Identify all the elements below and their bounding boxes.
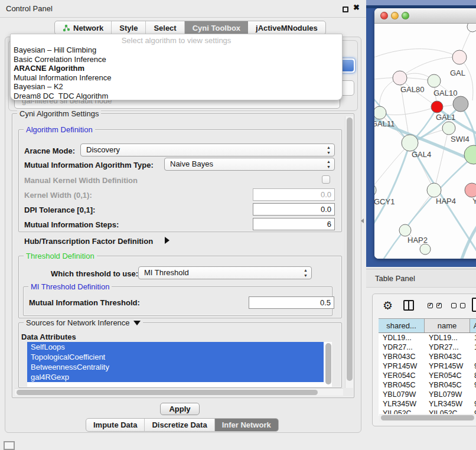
settings-vertical-scrollbar[interactable] [345,116,353,388]
table-cell: YDR27... [425,343,470,352]
column-header[interactable]: name [425,319,470,332]
close-icon[interactable]: ✖ [353,3,360,12]
unchecked-checkbox-icon[interactable] [451,303,457,308]
table-cell: YBL079W [425,390,470,399]
settings-horizontal-scrollbar[interactable] [15,388,343,396]
tab-label: Style [119,24,138,32]
algorithm-option[interactable]: ARACNE Algorithm [11,64,342,73]
network-node-hap4[interactable] [427,183,441,197]
checked-checkbox-icon[interactable] [428,303,433,308]
network-node-swi4[interactable] [442,122,455,135]
column-header[interactable]: A [470,319,476,332]
network-node-gal80[interactable] [393,71,407,85]
gear-icon[interactable]: ⚙ [383,299,393,312]
kernel-width-field[interactable]: 0.0 [253,188,335,201]
panel-divider-collapse-icon[interactable] [361,219,364,223]
table-row[interactable]: YBR043CYBR043C [379,352,476,361]
network-edge[interactable] [374,144,410,229]
column-header[interactable]: shared... [379,319,425,332]
dpi-tolerance-field[interactable]: 0.0 [253,203,335,216]
network-node[interactable] [453,96,468,112]
table-row[interactable]: YPR145WYPR145W9. [379,361,476,371]
tab-style[interactable]: Style [112,21,146,34]
tab-jactivemnodules[interactable]: jActiveMNodules [248,21,325,34]
network-edge[interactable] [382,156,474,259]
network-node[interactable] [467,24,476,32]
which-threshold-combobox[interactable]: MI Threshold ▲▼ [138,266,312,279]
tab-cyni-toolbox[interactable]: Cyni Toolbox [185,21,248,34]
mi-type-value: Naive Bayes [170,159,213,168]
network-node-gal11[interactable] [374,106,386,119]
table-row[interactable]: YDL19...YDL19...13 [379,333,476,343]
network-node-gal[interactable] [452,50,467,64]
node-label: SWI4 [451,135,470,144]
network-window-titlebar[interactable] [374,8,476,24]
algorithm-option[interactable]: Bayesian – K2 [11,82,342,92]
tab-infer-network[interactable]: Infer Network [215,419,278,431]
network-canvas[interactable]: GALGAL80GAL10GAL1GAL11SWI4GAL4GCY1HAP4YH… [374,24,476,259]
table-horizontal-scrollbar[interactable] [379,414,476,422]
which-threshold-value: MI Threshold [144,268,189,277]
network-node-gal10[interactable] [428,74,441,87]
node-table[interactable]: shared...nameA YDL19...YDL19...13YDR27..… [379,318,476,416]
zoom-traffic-light-icon[interactable] [402,12,409,19]
tab-network[interactable]: Network [55,21,112,34]
list-scrollbar[interactable] [325,343,331,384]
algorithm-option[interactable]: Dream8 DC_TDC Algorithm [11,92,342,100]
node-label: GAL10 [433,89,457,97]
sources-title-wrap[interactable]: Sources for Network Inference [24,318,143,327]
mi-steps-field[interactable]: 6 [253,218,335,230]
attribute-list-item[interactable]: TopologicalCoefficient [27,352,324,362]
tab-impute-data[interactable]: Impute Data [86,419,145,431]
table-cell: 12 [470,343,476,352]
tab-select[interactable]: Select [146,21,184,34]
network-edge[interactable] [374,144,410,190]
close-traffic-light-icon[interactable] [380,12,388,19]
table-row[interactable]: YBR045CYBR045C9. [379,380,476,390]
table-row[interactable]: YBL079WYBL079W [379,390,476,399]
attribute-list-item[interactable]: BetweennessCentrality [27,362,324,372]
network-node[interactable] [464,145,476,164]
table-cell: 13 [470,333,476,343]
network-node[interactable] [420,244,431,255]
network-node-gal4[interactable] [402,135,418,151]
table-row[interactable]: YLR345WYLR345W9. [379,399,476,409]
attribute-list-item[interactable]: SelfLoops [27,342,324,352]
attribute-list-item[interactable]: gal4RGexp [27,372,324,382]
expand-arrow-icon[interactable] [165,237,169,244]
minimize-traffic-light-icon[interactable] [391,12,399,19]
table-row[interactable]: YDR27...YDR27...12 [379,343,476,352]
network-node-gcy1[interactable] [374,184,376,197]
algorithm-option[interactable]: Bayesian – Hill Climbing [11,45,342,55]
aracne-mode-combobox[interactable]: Discovery ▲▼ [80,144,335,156]
network-node-y[interactable] [465,183,476,197]
tab-label: Impute Data [93,420,137,429]
unchecked-checkbox-icon[interactable] [460,303,465,308]
table-cell: YPR145W [425,361,470,371]
collapse-arrow-icon[interactable] [133,321,141,325]
minimized-panel-icon[interactable] [4,441,15,450]
mi-threshold-field[interactable]: 0.5 [249,296,334,309]
network-node-hap2[interactable] [399,224,411,236]
network-node-gal1[interactable] [431,101,443,113]
mi-type-combobox[interactable]: Naive Bayes ▲▼ [164,158,335,171]
document-icon[interactable] [472,298,476,312]
data-attributes-list[interactable]: SelfLoopsTopologicalCoefficientBetweenne… [27,342,332,387]
table-row[interactable]: YER054CYER054C8. [379,371,476,380]
float-window-icon[interactable] [343,6,348,12]
network-edge[interactable] [380,107,437,115]
hub-section-label[interactable]: Hub/Transcription Factor Definition [24,237,153,246]
apply-button[interactable]: Apply [160,403,200,415]
checked-checkbox-icon[interactable] [436,303,442,308]
table-panel-title: Table Panel [375,274,415,283]
algorithm-option[interactable]: Basic Correlation Inference [11,55,342,64]
algorithm-option[interactable]: Mutual Information Inference [11,73,342,83]
top-tab-bar: Network Style Select Cyni Toolbox jActiv… [54,21,326,35]
aracne-mode-label: Aracne Mode: [24,146,75,155]
table-toolbar: ⚙ [373,294,476,318]
which-threshold-label: Which threshold to use: [51,269,138,278]
tab-discretize-data[interactable]: Discretize Data [145,419,214,431]
node-label: Y [472,197,476,206]
columns-icon[interactable] [403,300,414,311]
manual-kernel-checkbox[interactable] [322,175,330,184]
